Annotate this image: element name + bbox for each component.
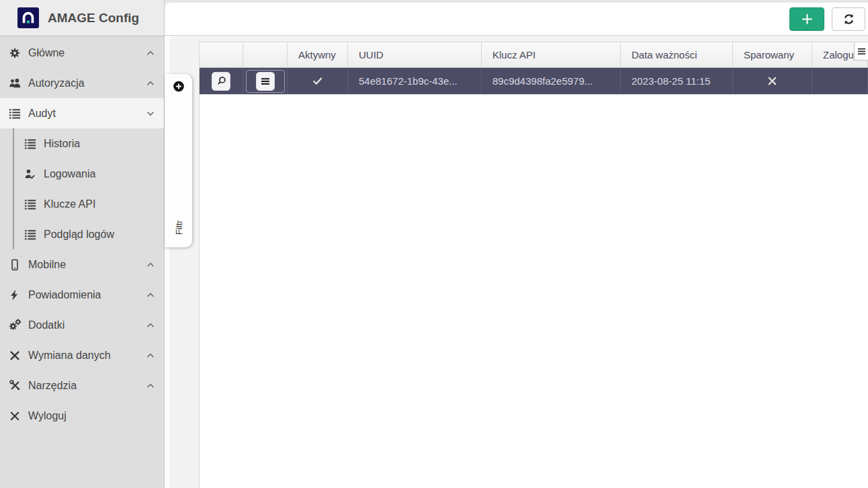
sidebar-item-label: Autoryzacja	[28, 77, 146, 89]
data-grid: Aktywny UUID Klucz API Data ważności Spa…	[199, 42, 868, 488]
row-cell-uuid: 54e81672-1b9c-43e...	[348, 68, 482, 94]
filter-panel-label: Filtr	[173, 220, 183, 235]
sidebar-item-powiadomienia[interactable]: Powiadomienia	[0, 280, 164, 310]
row-menu-button[interactable]	[256, 72, 275, 91]
sidebar-item-autoryzacja[interactable]: Autoryzacja	[0, 68, 164, 98]
row-cell-sparowany	[733, 68, 812, 94]
sidebar-item-wyloguj[interactable]: Wyloguj	[0, 401, 164, 431]
sidebar-item-historia[interactable]: Historia	[0, 128, 164, 159]
sidebar-item-wymiana-danych[interactable]: Wymiana danych	[0, 340, 164, 370]
sidebar-item-label: Dodatki	[28, 319, 146, 331]
sidebar-item-label: Klucze API	[44, 198, 155, 210]
sidebar-item-label: Historia	[44, 138, 155, 150]
sidebar-header: AMAGE Config	[0, 0, 165, 36]
row-cell-zaloguj-jako	[812, 68, 868, 94]
sidebar: Główne Autoryzacja Audyt	[0, 36, 165, 488]
refresh-icon	[842, 13, 855, 26]
sidebar-item-label: Główne	[28, 47, 146, 59]
list-icon	[22, 229, 38, 241]
grid-row-selected[interactable]: 54e81672-1b9c-43e... 89c9d4398fa2e5979..…	[200, 68, 868, 95]
chevron-up-icon	[146, 351, 155, 360]
column-chooser-button[interactable]	[854, 42, 868, 60]
col-header-sparowany[interactable]: Sparowany	[733, 42, 812, 67]
sidebar-item-dodatki[interactable]: Dodatki	[0, 310, 164, 340]
x-icon	[7, 410, 23, 422]
chevron-up-icon	[146, 381, 155, 391]
x-mark-icon	[767, 75, 778, 87]
col-header-klucz-api[interactable]: Klucz API	[482, 42, 621, 67]
chevron-up-icon	[146, 79, 155, 88]
sidebar-item-label: Mobilne	[28, 259, 146, 271]
plus-circle-icon	[172, 80, 185, 93]
chevron-up-icon	[146, 290, 155, 300]
chevron-up-icon	[146, 260, 155, 270]
col-header-row-menu[interactable]	[243, 42, 288, 67]
sidebar-item-label: Logowania	[44, 168, 155, 180]
mobile-icon	[7, 259, 23, 271]
cogs-icon	[7, 319, 23, 331]
chevron-up-icon	[146, 321, 155, 330]
list-icon	[22, 198, 38, 210]
col-header-aktywny[interactable]: Aktywny	[288, 42, 348, 67]
row-cell-menu	[243, 68, 288, 94]
bars-icon	[857, 47, 866, 56]
row-search-button[interactable]	[212, 72, 230, 91]
sidebar-item-klucze-api[interactable]: Klucze API	[0, 189, 164, 219]
sidebar-item-glowne[interactable]: Główne	[0, 38, 164, 68]
submenu-indent-guide	[13, 128, 14, 249]
bars-icon	[261, 77, 270, 86]
sidebar-item-label: Narzędzia	[28, 380, 146, 392]
col-header-row-search[interactable]	[200, 42, 243, 67]
sidebar-item-mobilne[interactable]: Mobilne	[0, 249, 164, 280]
list-icon	[7, 108, 23, 120]
sidebar-item-narzedzia[interactable]: Narzędzia	[0, 370, 164, 401]
exchange-icon	[7, 350, 23, 362]
tools-icon	[7, 379, 23, 392]
users-icon	[7, 77, 23, 89]
sidebar-item-podglad-logow[interactable]: Podgląd logów	[0, 219, 164, 249]
add-button[interactable]	[789, 7, 824, 31]
refresh-button[interactable]	[832, 7, 865, 31]
main-content-area: Aktywny UUID Klucz API Data ważności Spa…	[199, 36, 868, 488]
grid-header-row: Aktywny UUID Klucz API Data ważności Spa…	[200, 42, 868, 68]
sidebar-item-label: Podgląd logów	[44, 229, 155, 241]
sidebar-item-logowania[interactable]: Logowania	[0, 159, 164, 189]
bolt-icon	[7, 289, 23, 301]
sidebar-item-label: Wyloguj	[28, 410, 155, 422]
sidebar-item-label: Powiadomienia	[28, 289, 146, 301]
search-icon	[216, 75, 227, 87]
app-root: { "app": { "title": "AMAGE Config" }, "t…	[0, 0, 868, 488]
row-cell-search	[200, 68, 243, 94]
amage-logo-icon	[17, 7, 39, 28]
plus-icon	[801, 13, 813, 25]
user-check-icon	[22, 168, 38, 180]
gear-icon	[7, 47, 23, 59]
row-cell-aktywny	[288, 68, 348, 94]
sidebar-item-label: Wymiana danych	[28, 350, 146, 362]
app-title: AMAGE Config	[48, 11, 139, 26]
chevron-up-icon	[146, 48, 155, 58]
check-icon	[311, 75, 324, 87]
focused-cell-ring	[246, 70, 285, 93]
topbar	[165, 3, 868, 36]
row-cell-klucz-api: 89c9d4398fa2e5979...	[482, 68, 621, 94]
sidebar-item-label: Audyt	[28, 108, 146, 120]
col-header-data-waznosci[interactable]: Data ważności	[621, 42, 733, 67]
filter-panel-tab[interactable]: Filtr	[165, 74, 192, 247]
chevron-down-icon	[146, 109, 155, 118]
sidebar-item-audyt[interactable]: Audyt	[0, 98, 164, 128]
list-icon	[22, 138, 38, 150]
row-cell-data-waznosci: 2023-08-25 11:15	[621, 68, 733, 94]
col-header-uuid[interactable]: UUID	[348, 42, 482, 67]
